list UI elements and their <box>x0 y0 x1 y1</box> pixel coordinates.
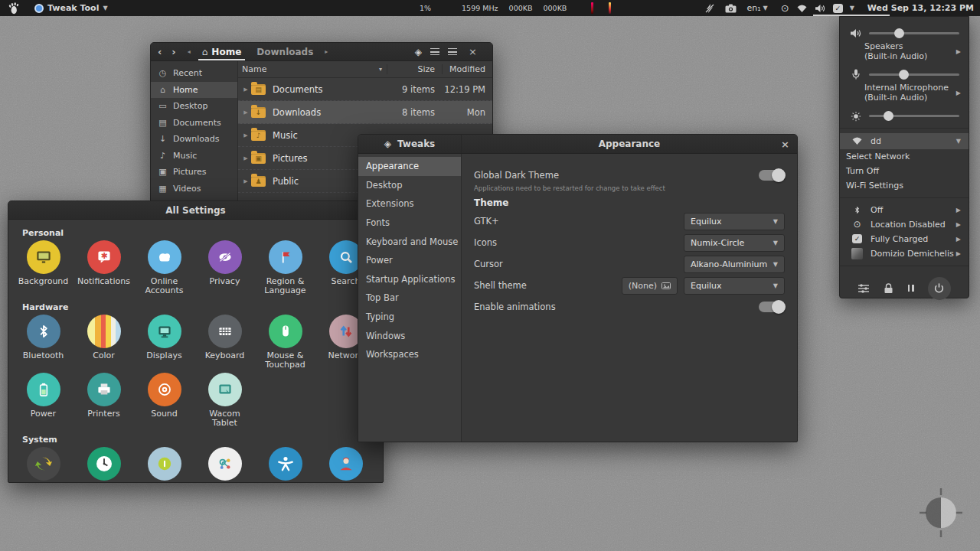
app-menu-button[interactable]: Tweak Tool ▼ <box>28 0 114 16</box>
sidebar-item-downloads[interactable]: ↓Downloads <box>151 131 237 148</box>
expander-icon[interactable]: ▶ <box>240 109 251 116</box>
suspend-pause-icon[interactable] <box>908 285 914 292</box>
system-status-tray[interactable]: ⊙ ✓ ▼ <box>778 0 858 16</box>
sidebar-item-documents[interactable]: ▤Documents <box>151 115 237 132</box>
tile-datetime[interactable]: Date & Time <box>74 447 134 483</box>
tile-keyboard[interactable]: Keyboard <box>194 315 255 369</box>
tweaks-nav-startup[interactable]: Startup Applications <box>358 270 461 289</box>
column-size[interactable]: Size <box>387 64 442 74</box>
tweaks-titlebar[interactable]: ◈ Tweaks Appearance × <box>358 135 797 154</box>
tile-background[interactable]: Background <box>13 240 74 295</box>
files-titlebar[interactable]: ‹ › ◂ ⌂ Home Downloads ▸ ◈ × <box>151 43 492 61</box>
expander-icon[interactable]: ▶ <box>240 86 251 93</box>
turn-off-item[interactable]: Turn Off <box>840 164 969 178</box>
brightness-slider[interactable] <box>869 115 959 117</box>
mic-slider[interactable] <box>869 73 959 76</box>
wifi-settings-item[interactable]: Wi-Fi Settings <box>840 178 969 193</box>
sidebar-item-recent[interactable]: ◷Recent <box>151 65 237 82</box>
system-monitor-applet[interactable]: 1% 1599 MHz 000KB 000KB <box>420 0 611 16</box>
file-row-documents[interactable]: ▶ ▤ Documents 9 items 12:19 PM <box>238 78 492 101</box>
camera-icon[interactable] <box>725 4 737 13</box>
select-network-item[interactable]: Select Network <box>840 149 969 164</box>
tweaks-nav-appearance[interactable]: Appearance <box>358 157 461 176</box>
tweaks-nav-typing[interactable]: Typing <box>358 308 461 327</box>
file-list-header[interactable]: Name ▾ Size Modified <box>238 61 492 78</box>
tile-region-language[interactable]: Region & Language <box>255 240 315 295</box>
tweaks-nav-desktop[interactable]: Desktop <box>358 176 461 195</box>
settings-sliders-icon[interactable] <box>858 283 870 294</box>
path-home-button[interactable]: ⌂ Home <box>195 43 249 60</box>
tile-sharing[interactable]: Sharing <box>194 447 255 483</box>
location-crosshair-icon[interactable]: ◈ <box>415 47 422 57</box>
bluetooth-row[interactable]: Off ▶ <box>840 203 969 217</box>
tweaks-nav-workspaces[interactable]: Workspaces <box>358 345 461 364</box>
column-modified[interactable]: Modified <box>442 64 492 74</box>
menu-hamburger-icon[interactable] <box>448 48 457 55</box>
path-scroll-left-icon[interactable]: ◂ <box>185 48 194 55</box>
tile-universal-access[interactable]: Universal Access <box>255 447 315 483</box>
volume-icon <box>815 4 826 13</box>
speakers-device-row[interactable]: Speakers (Built-in Audio) ▶ <box>840 40 969 63</box>
flash-off-icon[interactable] <box>704 3 715 14</box>
volume-slider[interactable] <box>869 32 959 34</box>
tile-online-accounts[interactable]: Online Accounts <box>134 240 194 295</box>
tile-displays[interactable]: Displays <box>134 315 194 369</box>
close-icon[interactable]: × <box>781 139 789 150</box>
tile-notifications[interactable]: ✱ Notifications <box>74 240 134 295</box>
tile-sound[interactable]: Sound <box>134 373 194 427</box>
tile-power[interactable]: Power <box>13 373 74 427</box>
privacy-icon <box>208 240 242 274</box>
settings-titlebar[interactable]: All Settings ◈ <box>8 201 383 220</box>
close-icon[interactable]: × <box>469 46 477 57</box>
shell-theme-file-button[interactable]: (None) <box>622 277 678 295</box>
lock-icon[interactable] <box>884 283 893 294</box>
battery-row[interactable]: ✓ Fully Charged ▶ <box>840 232 969 246</box>
list-view-icon[interactable] <box>430 48 439 55</box>
clock[interactable]: Wed Sep 13, 12:23 PM <box>867 3 974 13</box>
forward-button[interactable]: › <box>170 46 182 57</box>
wifi-network-row[interactable]: dd ▼ <box>840 133 969 149</box>
sidebar-item-pictures[interactable]: ▣Pictures <box>151 164 237 181</box>
tile-privacy[interactable]: Privacy <box>194 240 255 295</box>
tweaks-nav-keyboard-mouse[interactable]: Keyboard and Mouse <box>358 232 461 251</box>
tile-backups[interactable]: Backups <box>13 447 74 483</box>
keyboard-layout-indicator[interactable]: en₁ ▼ <box>746 3 767 13</box>
power-button[interactable] <box>928 277 951 300</box>
tweaks-nav-windows[interactable]: Windows <box>358 326 461 345</box>
path-downloads-button[interactable]: Downloads <box>250 43 320 60</box>
path-scroll-right-icon[interactable]: ▸ <box>322 48 331 55</box>
location-row[interactable]: ⊙ Location Disabled ▶ <box>840 217 969 232</box>
tile-details[interactable]: Details <box>134 447 194 483</box>
tablet-icon <box>208 373 242 406</box>
tile-mouse-touchpad[interactable]: Mouse & Touchpad <box>255 315 315 369</box>
tweaks-nav-power[interactable]: Power <box>358 251 461 270</box>
gnome-activities-icon[interactable] <box>8 2 19 15</box>
tweaks-nav-extensions[interactable]: Extensions <box>358 194 461 214</box>
tweaks-nav-topbar[interactable]: Top Bar <box>358 289 461 308</box>
magnifier-crosshair-widget[interactable] <box>916 484 966 542</box>
shell-theme-dropdown[interactable]: Equilux▼ <box>684 277 785 295</box>
sidebar-item-videos[interactable]: ▦Videos <box>151 181 237 197</box>
icon-theme-dropdown[interactable]: Numix-Circle▼ <box>684 234 785 252</box>
user-row[interactable]: Domizio Demichelis ▶ <box>840 246 969 261</box>
column-name[interactable]: Name <box>242 64 266 74</box>
tweaks-nav-fonts[interactable]: Fonts <box>358 214 461 233</box>
sidebar-item-music[interactable]: ♪Music <box>151 148 237 165</box>
expander-icon[interactable]: ▶ <box>240 155 251 161</box>
tile-bluetooth[interactable]: Bluetooth <box>13 315 74 369</box>
tile-users[interactable]: Users <box>315 447 376 483</box>
sidebar-item-desktop[interactable]: ▭Desktop <box>151 98 237 115</box>
global-dark-theme-toggle[interactable] <box>759 170 785 181</box>
expander-icon[interactable]: ▶ <box>240 132 251 139</box>
back-button[interactable]: ‹ <box>151 46 168 57</box>
gtk-theme-dropdown[interactable]: Equilux▼ <box>684 213 785 230</box>
expander-icon[interactable]: ▶ <box>240 178 251 184</box>
tile-wacom[interactable]: Wacom Tablet <box>194 373 255 427</box>
sidebar-item-home[interactable]: ⌂Home <box>151 82 237 99</box>
file-row-downloads[interactable]: ▶ ↓ Downloads 8 items Mon <box>238 101 492 124</box>
enable-animations-toggle[interactable] <box>759 302 785 312</box>
tile-printers[interactable]: Printers <box>74 373 134 427</box>
cursor-theme-dropdown[interactable]: Alkano-Aluminium▼ <box>684 256 785 273</box>
tile-color[interactable]: Color <box>74 315 134 369</box>
microphone-device-row[interactable]: Internal Microphone (Built-in Audio) ▶ <box>840 81 969 104</box>
